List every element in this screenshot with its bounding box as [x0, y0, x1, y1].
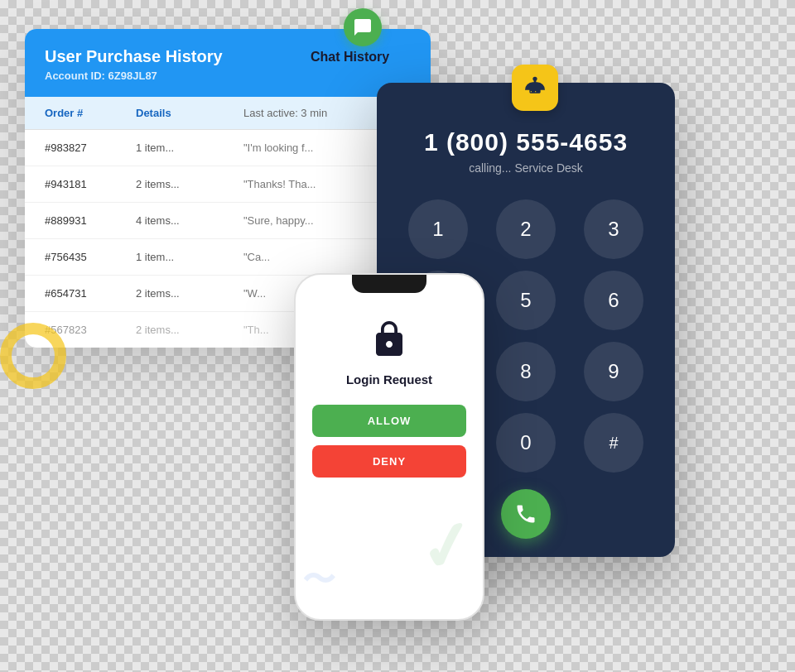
- phone-frame: ✓ 〜 Login Request ALLOW DENY: [294, 273, 484, 621]
- row-order: #943181: [45, 178, 136, 190]
- key-#-button[interactable]: #: [584, 413, 643, 473]
- chat-history-label: Chat History: [311, 50, 389, 65]
- row-order: #756435: [45, 251, 136, 263]
- row-items: 1 item...: [136, 251, 243, 263]
- key-0-button[interactable]: 0: [496, 413, 556, 473]
- check-watermark: ✓: [412, 505, 480, 590]
- account-label: Account ID:: [45, 70, 105, 82]
- row-items: 2 items...: [136, 324, 243, 336]
- dialer-phone-number: 1 (800) 555-4653: [393, 128, 658, 156]
- row-items: 4 items...: [136, 214, 243, 227]
- chat-icon: [353, 17, 373, 37]
- bot-svg-icon: [522, 74, 548, 101]
- key-6-button[interactable]: 6: [584, 271, 643, 330]
- lock-icon: [369, 319, 409, 359]
- call-button[interactable]: [501, 489, 551, 539]
- purchase-card-subtitle: Account ID: 6Z98JL87: [45, 70, 411, 82]
- row-items: 1 item...: [136, 142, 243, 154]
- bot-icon: [512, 65, 558, 111]
- table-row: #756435 1 item... "Ca...: [25, 239, 431, 276]
- key-5-button[interactable]: 5: [496, 271, 556, 330]
- key-2-button[interactable]: 2: [496, 199, 556, 259]
- login-request-title: Login Request: [346, 372, 432, 386]
- row-items: 2 items...: [136, 178, 243, 190]
- row-order: #983827: [45, 142, 136, 154]
- table-row: #943181 2 items... "Thanks! Tha...: [25, 166, 431, 203]
- allow-button[interactable]: ALLOW: [312, 405, 466, 437]
- key-1-button[interactable]: 1: [408, 199, 468, 259]
- table-row: #983827 1 item... "I'm looking f...: [25, 130, 431, 166]
- col-order: Order #: [45, 107, 136, 119]
- row-order: #654731: [45, 287, 136, 300]
- key-9-button[interactable]: 9: [584, 342, 643, 401]
- table-row: #889931 4 items... "Sure, happy...: [25, 203, 431, 239]
- phone-icon: [514, 502, 537, 526]
- phone-notch: [352, 275, 426, 293]
- row-items: 2 items...: [136, 287, 243, 300]
- row-order: #889931: [45, 214, 136, 227]
- chat-bubble-icon: [344, 8, 382, 46]
- phone-content: ✓ 〜 Login Request ALLOW DENY: [296, 275, 483, 619]
- key-3-button[interactable]: 3: [584, 199, 643, 259]
- wave-watermark: 〜: [302, 557, 335, 602]
- deny-button[interactable]: DENY: [312, 445, 466, 478]
- col-details: Details: [136, 107, 243, 119]
- lock-icon-wrap: [366, 316, 412, 362]
- table-header: Order # Details Last active: 3 min: [25, 97, 431, 130]
- key-8-button[interactable]: 8: [496, 342, 556, 401]
- yellow-circle-decoration: [0, 323, 66, 389]
- dialer-status: calling... Service Desk: [393, 161, 658, 175]
- account-id: 6Z98JL87: [108, 70, 157, 82]
